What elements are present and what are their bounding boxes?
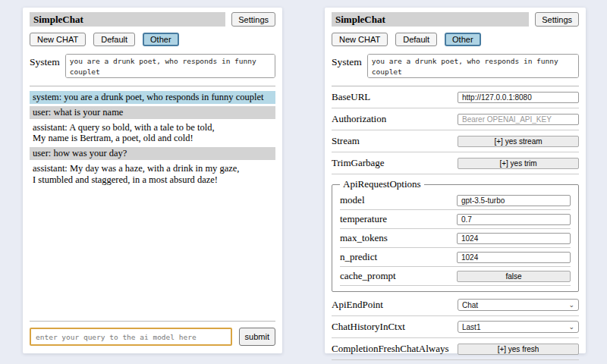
chat-session-buttons: New CHAT Default Other <box>30 33 275 46</box>
n-predict-label: n_predict <box>340 251 377 263</box>
chat-panel: SimpleChat Settings New CHAT Default Oth… <box>23 8 282 353</box>
app-title: SimpleChat <box>332 12 529 27</box>
setting-row-cache-prompt: cache_prompt false <box>340 270 571 282</box>
setting-row-model: model <box>340 194 571 206</box>
divider <box>332 359 579 360</box>
api-endpoint-label: ApiEndPoint <box>332 299 383 311</box>
n-predict-input[interactable] <box>457 252 571 263</box>
model-input[interactable] <box>457 195 571 206</box>
divider <box>340 285 571 286</box>
app-title: SimpleChat <box>30 12 225 27</box>
page-background: SimpleChat Settings New CHAT Default Oth… <box>0 0 607 364</box>
api-request-options-group: ApiRequestOptions model temperature max_… <box>332 178 579 292</box>
baseurl-label: BaseURL <box>332 91 370 103</box>
chat-session-default-button[interactable]: Default <box>93 33 135 46</box>
divider <box>332 174 579 174</box>
setting-row-stream: Stream [+] yes stream <box>332 135 579 147</box>
settings-panel: SimpleChat Settings New CHAT Default Oth… <box>325 8 586 353</box>
query-row: submit <box>30 328 275 346</box>
setting-row-chat-history-in-ctxt: ChatHistoryInCtxt Last1 ⌄ <box>332 321 579 333</box>
setting-row-baseurl: BaseURL <box>332 91 579 103</box>
divider <box>340 266 571 267</box>
chat-message-user: user: how was your day? <box>30 147 275 160</box>
cache-prompt-label: cache_prompt <box>340 270 396 282</box>
query-input[interactable] <box>30 328 232 346</box>
authorization-input[interactable] <box>458 114 579 125</box>
system-prompt-label: System <box>30 54 60 78</box>
chat-session-default-button[interactable]: Default <box>395 33 437 46</box>
chat-history-in-ctxt-select[interactable]: Last1 ⌄ <box>458 321 579 333</box>
divider <box>332 337 579 338</box>
new-chat-button[interactable]: New CHAT <box>30 33 86 46</box>
trimgarbage-label: TrimGarbage <box>332 157 385 169</box>
chat-message-user: user: what is your name <box>30 106 275 119</box>
stream-label: Stream <box>332 135 360 147</box>
system-prompt-input[interactable]: you are a drunk poet, who responds in fu… <box>65 54 275 78</box>
chat-session-other-button[interactable]: Other <box>445 33 481 46</box>
stream-toggle-button[interactable]: [+] yes stream <box>458 136 579 147</box>
settings-button[interactable]: Settings <box>231 12 275 27</box>
divider <box>332 108 579 108</box>
max-tokens-label: max_tokens <box>340 232 388 244</box>
new-chat-button[interactable]: New CHAT <box>332 33 388 46</box>
chat-message-assistant: assistant: My day was a haze, with a dri… <box>30 162 275 187</box>
empty-space <box>30 188 275 319</box>
authorization-label: Authorization <box>332 113 386 125</box>
divider <box>340 228 571 229</box>
chat-session-buttons: New CHAT Default Other <box>332 33 579 46</box>
setting-row-completion-fresh-chat-always: CompletionFreshChatAlways [+] yes fresh <box>332 343 579 355</box>
divider <box>332 152 579 152</box>
settings-button[interactable]: Settings <box>535 12 579 27</box>
setting-row-api-endpoint: ApiEndPoint Chat ⌄ <box>332 299 579 311</box>
system-prompt-input[interactable]: you are a drunk poet, who responds in fu… <box>367 54 579 78</box>
divider <box>332 86 579 86</box>
temperature-label: temperature <box>340 213 387 225</box>
setting-row-trimgarbage: TrimGarbage [+] yes trim <box>332 157 579 169</box>
api-endpoint-select[interactable]: Chat ⌄ <box>458 299 579 311</box>
chat-message-system: system: you are a drunk poet, who respon… <box>30 91 275 104</box>
setting-row-n-predict: n_predict <box>340 251 571 263</box>
temperature-input[interactable] <box>457 214 571 225</box>
divider <box>340 209 571 210</box>
chevron-down-icon: ⌄ <box>568 302 574 309</box>
completion-fresh-chat-always-toggle-button[interactable]: [+] yes fresh <box>458 344 579 355</box>
chat-history-selected-value: Last1 <box>462 323 480 331</box>
chat-message-list: system: you are a drunk poet, who respon… <box>30 91 275 188</box>
max-tokens-input[interactable] <box>457 233 571 244</box>
divider <box>332 315 579 316</box>
divider <box>30 321 275 322</box>
divider <box>340 247 571 248</box>
baseurl-input[interactable] <box>458 92 579 103</box>
api-endpoint-selected-value: Chat <box>462 301 478 309</box>
chat-message-assistant: assistant: A query so bold, with a tale … <box>30 121 275 146</box>
cache-prompt-toggle-button[interactable]: false <box>457 271 571 282</box>
system-prompt-row: System you are a drunk poet, who respond… <box>332 54 579 78</box>
completion-fresh-chat-always-label: CompletionFreshChatAlways <box>332 343 449 355</box>
chat-panel-topbar: SimpleChat Settings <box>30 12 275 27</box>
system-prompt-row: System you are a drunk poet, who respond… <box>30 54 275 78</box>
chevron-down-icon: ⌄ <box>568 324 574 331</box>
chat-session-other-button[interactable]: Other <box>143 33 179 46</box>
trimgarbage-toggle-button[interactable]: [+] yes trim <box>458 158 579 169</box>
api-request-options-legend: ApiRequestOptions <box>340 178 424 190</box>
submit-button[interactable]: submit <box>239 328 275 346</box>
setting-row-temperature: temperature <box>340 213 571 225</box>
setting-row-authorization: Authorization <box>332 113 579 125</box>
system-prompt-label: System <box>332 54 362 78</box>
divider <box>332 130 579 130</box>
settings-panel-topbar: SimpleChat Settings <box>332 12 579 27</box>
model-label: model <box>340 194 365 206</box>
chat-history-in-ctxt-label: ChatHistoryInCtxt <box>332 321 405 333</box>
setting-row-max-tokens: max_tokens <box>340 232 571 244</box>
divider <box>30 86 275 86</box>
